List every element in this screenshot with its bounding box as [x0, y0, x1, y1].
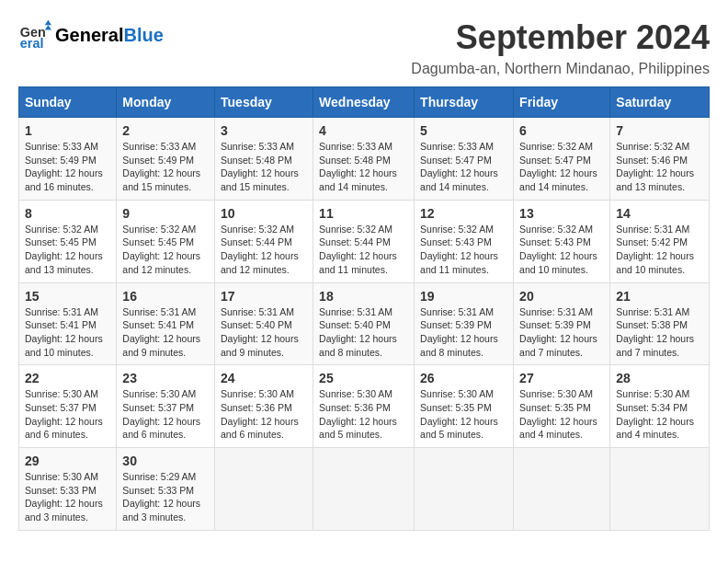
table-row: 22Sunrise: 5:30 AMSunset: 5:37 PMDayligh…	[19, 365, 117, 448]
table-row: 1Sunrise: 5:33 AMSunset: 5:49 PMDaylight…	[19, 118, 117, 201]
day-number: 14	[616, 206, 703, 221]
calendar-week-row: 29Sunrise: 5:30 AMSunset: 5:33 PMDayligh…	[19, 448, 710, 531]
day-info: Sunrise: 5:30 AMSunset: 5:35 PMDaylight:…	[420, 387, 507, 442]
calendar-table: Sunday Monday Tuesday Wednesday Thursday…	[18, 86, 710, 531]
table-row: 18Sunrise: 5:31 AMSunset: 5:40 PMDayligh…	[313, 282, 415, 365]
logo: Gen eral GeneralBlue	[18, 18, 164, 52]
table-row: 29Sunrise: 5:30 AMSunset: 5:33 PMDayligh…	[19, 448, 117, 531]
day-number: 21	[616, 289, 703, 304]
day-number: 27	[519, 371, 604, 385]
table-row: 28Sunrise: 5:30 AMSunset: 5:34 PMDayligh…	[610, 365, 710, 448]
day-number: 8	[25, 206, 110, 221]
day-number: 23	[122, 371, 209, 385]
day-info: Sunrise: 5:29 AMSunset: 5:33 PMDaylight:…	[122, 470, 209, 524]
day-info: Sunrise: 5:30 AMSunset: 5:34 PMDaylight:…	[616, 387, 703, 442]
table-row: 7Sunrise: 5:32 AMSunset: 5:46 PMDaylight…	[610, 118, 710, 201]
col-monday: Monday	[117, 87, 215, 118]
table-row: 5Sunrise: 5:33 AMSunset: 5:47 PMDaylight…	[415, 118, 514, 201]
col-sunday: Sunday	[19, 87, 117, 118]
title-section: September 2024 Dagumba-an, Northern Mind…	[411, 18, 710, 77]
day-number: 9	[122, 206, 209, 221]
day-info: Sunrise: 5:32 AMSunset: 5:44 PMDaylight:…	[319, 223, 408, 277]
day-info: Sunrise: 5:33 AMSunset: 5:48 PMDaylight:…	[319, 140, 408, 194]
day-number: 4	[319, 123, 408, 138]
day-info: Sunrise: 5:30 AMSunset: 5:36 PMDaylight:…	[319, 387, 408, 442]
day-info: Sunrise: 5:30 AMSunset: 5:33 PMDaylight:…	[25, 470, 110, 524]
calendar-week-row: 15Sunrise: 5:31 AMSunset: 5:41 PMDayligh…	[19, 282, 710, 365]
day-info: Sunrise: 5:31 AMSunset: 5:42 PMDaylight:…	[616, 223, 703, 277]
day-info: Sunrise: 5:31 AMSunset: 5:41 PMDaylight:…	[25, 305, 110, 360]
table-row: 15Sunrise: 5:31 AMSunset: 5:41 PMDayligh…	[19, 282, 117, 365]
table-row	[215, 448, 313, 531]
day-number: 28	[616, 371, 703, 385]
calendar-week-row: 22Sunrise: 5:30 AMSunset: 5:37 PMDayligh…	[19, 365, 710, 448]
table-row: 30Sunrise: 5:29 AMSunset: 5:33 PMDayligh…	[117, 448, 215, 531]
table-row	[313, 448, 415, 531]
day-info: Sunrise: 5:33 AMSunset: 5:48 PMDaylight:…	[221, 140, 307, 194]
day-number: 1	[25, 123, 110, 138]
table-row: 16Sunrise: 5:31 AMSunset: 5:41 PMDayligh…	[117, 282, 215, 365]
table-row: 3Sunrise: 5:33 AMSunset: 5:48 PMDaylight…	[215, 118, 313, 201]
col-tuesday: Tuesday	[215, 87, 313, 118]
table-row: 2Sunrise: 5:33 AMSunset: 5:49 PMDaylight…	[117, 118, 215, 201]
logo-blue-text: Blue	[123, 25, 163, 45]
table-row: 25Sunrise: 5:30 AMSunset: 5:36 PMDayligh…	[313, 365, 415, 448]
day-info: Sunrise: 5:31 AMSunset: 5:39 PMDaylight:…	[519, 305, 604, 360]
day-info: Sunrise: 5:32 AMSunset: 5:46 PMDaylight:…	[616, 140, 703, 194]
table-row: 26Sunrise: 5:30 AMSunset: 5:35 PMDayligh…	[415, 365, 514, 448]
page-header: Gen eral GeneralBlue September 2024 Dagu…	[18, 18, 710, 77]
day-number: 17	[221, 289, 307, 304]
table-row	[514, 448, 610, 531]
day-info: Sunrise: 5:32 AMSunset: 5:43 PMDaylight:…	[420, 223, 507, 277]
table-row: 9Sunrise: 5:32 AMSunset: 5:45 PMDaylight…	[117, 200, 215, 282]
table-row: 13Sunrise: 5:32 AMSunset: 5:43 PMDayligh…	[514, 200, 610, 282]
table-row: 27Sunrise: 5:30 AMSunset: 5:35 PMDayligh…	[514, 365, 610, 448]
calendar-header-row: Sunday Monday Tuesday Wednesday Thursday…	[19, 87, 710, 118]
table-row: 4Sunrise: 5:33 AMSunset: 5:48 PMDaylight…	[313, 118, 415, 201]
table-row: 20Sunrise: 5:31 AMSunset: 5:39 PMDayligh…	[514, 282, 610, 365]
table-row	[415, 448, 514, 531]
table-row: 8Sunrise: 5:32 AMSunset: 5:45 PMDaylight…	[19, 200, 117, 282]
table-row: 17Sunrise: 5:31 AMSunset: 5:40 PMDayligh…	[215, 282, 313, 365]
table-row: 23Sunrise: 5:30 AMSunset: 5:37 PMDayligh…	[117, 365, 215, 448]
day-number: 6	[519, 123, 604, 138]
day-info: Sunrise: 5:33 AMSunset: 5:47 PMDaylight:…	[420, 140, 507, 194]
day-info: Sunrise: 5:31 AMSunset: 5:41 PMDaylight:…	[122, 305, 209, 360]
day-info: Sunrise: 5:32 AMSunset: 5:47 PMDaylight:…	[519, 140, 604, 194]
table-row: 12Sunrise: 5:32 AMSunset: 5:43 PMDayligh…	[415, 200, 514, 282]
day-number: 19	[420, 289, 507, 304]
table-row: 24Sunrise: 5:30 AMSunset: 5:36 PMDayligh…	[215, 365, 313, 448]
day-info: Sunrise: 5:30 AMSunset: 5:37 PMDaylight:…	[122, 387, 209, 442]
svg-marker-2	[45, 20, 51, 25]
table-row: 6Sunrise: 5:32 AMSunset: 5:47 PMDaylight…	[514, 118, 610, 201]
day-number: 25	[319, 371, 408, 385]
day-info: Sunrise: 5:32 AMSunset: 5:43 PMDaylight:…	[519, 223, 604, 277]
day-number: 15	[25, 289, 110, 304]
day-info: Sunrise: 5:31 AMSunset: 5:39 PMDaylight:…	[420, 305, 507, 360]
day-info: Sunrise: 5:30 AMSunset: 5:36 PMDaylight:…	[221, 387, 307, 442]
table-row: 11Sunrise: 5:32 AMSunset: 5:44 PMDayligh…	[313, 200, 415, 282]
day-number: 18	[319, 289, 408, 304]
table-row: 19Sunrise: 5:31 AMSunset: 5:39 PMDayligh…	[415, 282, 514, 365]
day-info: Sunrise: 5:31 AMSunset: 5:40 PMDaylight:…	[319, 305, 408, 360]
day-number: 13	[519, 206, 604, 221]
day-number: 16	[122, 289, 209, 304]
day-info: Sunrise: 5:30 AMSunset: 5:37 PMDaylight:…	[25, 387, 110, 442]
table-row: 10Sunrise: 5:32 AMSunset: 5:44 PMDayligh…	[215, 200, 313, 282]
logo-general-text: General	[55, 25, 123, 45]
day-number: 20	[519, 289, 604, 304]
day-number: 3	[221, 123, 307, 138]
day-info: Sunrise: 5:32 AMSunset: 5:45 PMDaylight:…	[122, 223, 209, 277]
day-number: 29	[25, 454, 110, 468]
location-title: Dagumba-an, Northern Mindanao, Philippin…	[411, 61, 710, 77]
day-info: Sunrise: 5:30 AMSunset: 5:35 PMDaylight:…	[519, 387, 604, 442]
day-info: Sunrise: 5:33 AMSunset: 5:49 PMDaylight:…	[122, 140, 209, 194]
day-info: Sunrise: 5:32 AMSunset: 5:45 PMDaylight:…	[25, 223, 110, 277]
day-number: 12	[420, 206, 507, 221]
day-info: Sunrise: 5:33 AMSunset: 5:49 PMDaylight:…	[25, 140, 110, 194]
logo-icon: Gen eral	[18, 18, 51, 52]
day-number: 10	[221, 206, 307, 221]
col-saturday: Saturday	[610, 87, 710, 118]
calendar-week-row: 8Sunrise: 5:32 AMSunset: 5:45 PMDaylight…	[19, 200, 710, 282]
svg-marker-3	[45, 25, 51, 29]
